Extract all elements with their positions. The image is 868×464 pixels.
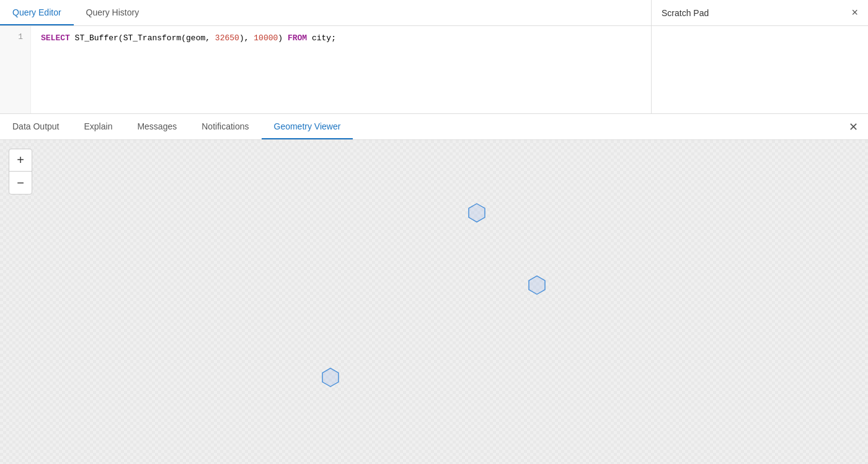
map-svg (0, 140, 868, 464)
code-content[interactable]: SELECT ST_Buffer(ST_Transform(geom, 3265… (31, 26, 651, 113)
tab-explain[interactable]: Explain (72, 114, 125, 139)
scratch-pad-area: Scratch Pad × (651, 0, 868, 25)
zoom-controls: + − (9, 149, 32, 195)
top-bar: Query Editor Query History Scratch Pad × (0, 0, 868, 26)
tab-notifications[interactable]: Notifications (189, 114, 261, 139)
bottom-tabs: Data Output Explain Messages Notificatio… (0, 114, 868, 140)
scratch-pad-label: Scratch Pad (662, 8, 709, 18)
line-numbers: 1 (0, 26, 31, 113)
scratch-pad-content[interactable] (651, 26, 868, 113)
num-32650: 32650 (215, 33, 239, 43)
tab-query-editor[interactable]: Query Editor (0, 0, 74, 25)
editor-area: 1 SELECT ST_Buffer(ST_Transform(geom, 32… (0, 26, 868, 114)
viewer-container: + − (0, 140, 868, 464)
geometry-polygon-3 (322, 368, 339, 387)
geometry-viewer[interactable]: + − (0, 140, 868, 464)
line-number-1: 1 (18, 32, 23, 42)
geometry-polygon-2 (529, 276, 545, 294)
editor-main: 1 SELECT ST_Buffer(ST_Transform(geom, 32… (0, 26, 651, 113)
close-panel-button[interactable]: ✕ (839, 114, 868, 139)
tab-query-history[interactable]: Query History (74, 0, 152, 25)
main-content: Data Output Explain Messages Notificatio… (0, 114, 868, 464)
zoom-in-button[interactable]: + (9, 149, 32, 172)
tab-geometry-viewer[interactable]: Geometry Viewer (262, 114, 353, 139)
tab-messages[interactable]: Messages (125, 114, 189, 139)
geometry-polygon-1 (469, 204, 485, 222)
num-10000: 10000 (254, 33, 278, 43)
zoom-out-button[interactable]: − (9, 172, 32, 194)
tab-data-output[interactable]: Data Output (0, 114, 72, 139)
scratch-pad-close-button[interactable]: × (851, 6, 858, 19)
keyword-select: SELECT (41, 33, 70, 43)
keyword-from: FROM (288, 33, 307, 43)
